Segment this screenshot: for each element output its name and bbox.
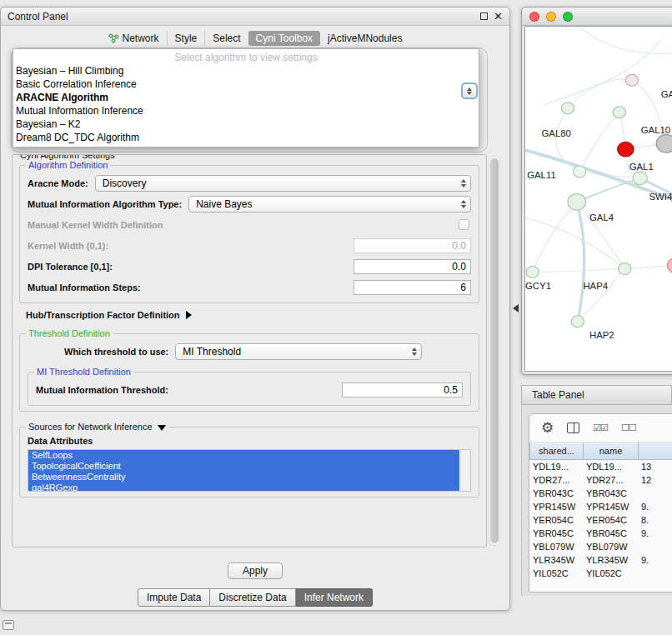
aracne-mode-label: Aracne Mode: [28,178,88,188]
collapsed-panel-icon[interactable] [3,620,14,630]
table-cell: YBR043C [529,487,583,500]
network-node[interactable] [633,172,647,185]
settings-scrollbar[interactable] [489,156,500,546]
table-cell: YDL19... [583,460,638,473]
mi-type-select[interactable]: Naive Bayes [188,196,471,212]
algorithm-option[interactable]: ARACNE Algorithm [13,91,479,104]
table-cell: YDR27... [529,473,583,487]
network-icon [108,32,119,43]
close-traffic-light-icon[interactable] [529,12,539,22]
algorithm-option[interactable]: Bayesian – Hill Climbing [13,64,479,78]
kernel-width-input[interactable] [354,238,471,253]
tab-network[interactable]: Network [101,31,167,46]
table-column-header[interactable]: shared... [530,442,584,459]
table-row[interactable]: YBR045CYBR045C9. [529,527,672,540]
combo-up-arrow-icon [467,88,472,91]
tab-style[interactable]: Style [167,31,205,46]
table-row[interactable]: YPR145WYPR145W9. [529,500,672,513]
table-row[interactable]: YDR27...YDR27...12 [529,473,672,487]
table-column-header[interactable] [639,442,672,459]
deselect-all-icon[interactable]: ☐☐ [621,422,636,433]
data-attributes-list[interactable]: SelfLoopsTopologicalCoefficientBetweenne… [28,449,471,492]
attribute-list-item[interactable]: BetweennessCentrality [28,472,459,482]
tab-jactivemnodules[interactable]: jActiveMNodules [320,31,409,46]
network-node[interactable] [618,142,634,157]
network-node[interactable] [526,267,539,278]
combo-arrows-icon [461,179,466,188]
table-cell: YLR345W [529,553,583,567]
tab-cyni-toolbox[interactable]: Cyni Toolbox [248,31,320,46]
network-edge [577,178,640,202]
select-all-icon[interactable]: ☑☑ [593,422,608,433]
network-node[interactable] [656,134,672,152]
table-cell: YDR27... [583,473,638,487]
network-node[interactable] [613,107,625,118]
network-node[interactable] [561,102,574,114]
table-column-header[interactable]: name [584,442,639,459]
bottom-tab-infer-network[interactable]: Infer Network [296,588,373,607]
minimize-traffic-light-icon[interactable] [546,12,556,22]
table-cell: YBR045C [583,527,638,540]
table-cell: 12 [638,473,672,487]
network-window-titlebar[interactable] [522,8,672,26]
network-view-window: GAL80GAL10GAL11GAL1SWI4GAL4GCY1HAP4HAP2G… [521,7,672,375]
manual-kernel-checkbox[interactable] [459,219,469,230]
data-attributes-label: Data Attributes [28,436,473,446]
tab-select[interactable]: Select [204,31,248,46]
table-row[interactable]: YIL052CYIL052C [529,567,672,577]
network-canvas[interactable]: GAL80GAL10GAL11GAL1SWI4GAL4GCY1HAP4HAP2G… [524,26,672,372]
panel-splitter-collapse-icon[interactable] [513,304,519,312]
float-window-icon[interactable] [480,12,488,20]
algorithm-option[interactable]: Dream8 DC_TDC Algorithm [13,131,479,144]
control-panel-window: Control Panel ✕ NetworkStyleSelectCyni T… [0,7,510,611]
aracne-mode-select[interactable]: Discovery [95,175,471,192]
algorithm-option[interactable]: Mutual Information Inference [13,104,479,118]
network-edge [533,268,625,272]
table-panel-titlebar[interactable]: Table Panel [521,385,672,405]
dpi-tolerance-input[interactable] [354,259,471,274]
table-row[interactable]: YBR043CYBR043C [529,487,672,500]
tab-label: Select [213,32,240,44]
table-cell [638,567,672,577]
network-node[interactable] [667,258,672,273]
network-node[interactable] [625,74,638,86]
hub-definition-toggle[interactable]: Hub/Transcription Factor Definition [26,310,478,320]
network-node[interactable] [573,166,585,178]
hub-definition-label: Hub/Transcription Factor Definition [26,310,180,320]
attribute-list-item[interactable]: SelfLoops [28,450,459,461]
control-panel-titlebar[interactable]: Control Panel ✕ [1,8,509,26]
attribute-list-item[interactable]: TopologicalCoefficient [28,461,459,472]
network-node[interactable] [619,263,631,275]
algorithm-combo-button[interactable] [461,82,478,99]
table-cell: YBL079W [529,540,583,553]
table-cell: YER054C [583,513,638,527]
algorithm-option[interactable]: Bayesian – K2 [13,118,479,131]
apply-button[interactable]: Apply [228,562,283,579]
mi-threshold-input[interactable] [342,382,463,398]
bottom-tab-discretize-data[interactable]: Discretize Data [210,588,295,607]
gear-icon[interactable]: ⚙ [541,421,554,435]
table-row[interactable]: YBL079WYBL079W [529,540,672,553]
which-threshold-select[interactable]: MI Threshold [175,343,422,360]
algorithm-option[interactable]: Basic Correlation Inference [13,78,479,91]
threshold-definition-group: Threshold Definition Which threshold to … [19,328,479,412]
network-node[interactable] [571,316,584,328]
network-node[interactable] [568,194,586,211]
settings-scrollbar-thumb[interactable] [490,158,499,543]
tab-label: Network [123,32,159,44]
attribute-list-item[interactable]: gal4RGexp [28,482,459,492]
table-row[interactable]: YLR345WYLR345W9. [529,553,672,567]
table-row[interactable]: YER054CYER054C8. [529,513,672,527]
attributes-scrollbar[interactable] [460,450,470,491]
bottom-tab-impute-data[interactable]: Impute Data [138,588,210,607]
columns-icon[interactable] [567,422,579,433]
table-panel-title: Table Panel [532,389,584,401]
table-cell: YIL052C [529,567,583,577]
tab-label: jActiveMNodules [328,32,402,44]
kernel-width-label: Kernel Width (0,1): [28,241,108,251]
zoom-traffic-light-icon[interactable] [563,12,573,22]
table-row[interactable]: YDL19...YDL19...13 [529,460,672,473]
sources-legend-toggle[interactable]: Sources for Network Inference [26,422,168,432]
mi-steps-input[interactable] [354,280,471,295]
close-icon[interactable]: ✕ [494,12,503,21]
